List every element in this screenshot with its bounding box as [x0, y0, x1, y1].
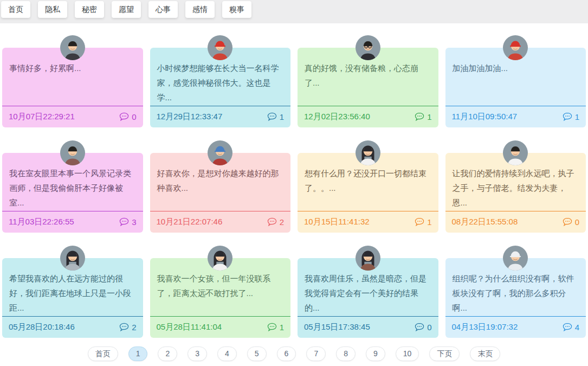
page-button-8[interactable]: 8	[336, 346, 356, 361]
man-maroon-suit-avatar-icon[interactable]	[60, 140, 85, 165]
message-card-cell: 想有什么用？还没开口一切都结束了。。... 10月15日11:41:32 1	[298, 140, 438, 233]
message-date: 05月15日17:38:45	[304, 322, 370, 332]
message-card-footer: 11月03日22:26:55 3	[2, 211, 143, 233]
boy-blue-beanie-avatar-icon[interactable]	[208, 140, 232, 165]
message-date: 11月10日09:50:47	[452, 112, 518, 122]
message-card-footer: 12月29日12:33:47 1	[150, 106, 291, 127]
message-date: 10月21日22:07:46	[157, 217, 223, 227]
message-date: 10月07日22:29:21	[9, 112, 75, 122]
page-button-首页[interactable]: 首页	[88, 346, 118, 361]
comment-count-button[interactable]: 1	[563, 112, 579, 121]
comment-count: 1	[427, 217, 431, 227]
comment-bubble-icon	[119, 112, 129, 121]
comment-count: 1	[427, 112, 431, 121]
message-card-cell: 希望我喜欢的人在远方能过的很好，我们距离在地球上只是一小段距... 05月28日…	[2, 246, 143, 338]
comment-count: 3	[132, 217, 136, 227]
comment-count: 1	[280, 112, 284, 121]
comment-count-button[interactable]: 0	[119, 112, 136, 121]
message-card-cell: 好喜欢你，是想对你越来越好的那种喜欢... 10月21日22:07:46 2	[150, 140, 291, 233]
woman-white-shirt-avatar-icon[interactable]	[356, 140, 380, 165]
nav-tab[interactable]: 糗事	[222, 1, 251, 18]
woman-brown-top-avatar-icon[interactable]	[356, 246, 380, 271]
message-card-footer: 10月07日22:29:21 0	[2, 106, 143, 127]
comment-count-button[interactable]: 2	[119, 323, 136, 332]
comment-bubble-icon	[119, 323, 129, 332]
comment-bubble-icon	[415, 112, 424, 121]
page-button-10[interactable]: 10	[396, 346, 419, 361]
boy-red-cap-avatar-icon[interactable]	[208, 35, 232, 60]
page-button-7[interactable]: 7	[306, 346, 326, 361]
comment-bubble-icon	[563, 112, 572, 121]
message-card-cell: 小时候梦想能够在长大当一名科学家，感觉很神秘很伟大。这也是学... 12月29日…	[150, 35, 291, 127]
page-button-1[interactable]: 1	[128, 346, 148, 361]
page-button-下页[interactable]: 下页	[429, 346, 460, 361]
nav-tab[interactable]: 秘密	[75, 1, 104, 18]
message-card-cell: 事情好多，好累啊... 10月07日22:29:21 0	[2, 35, 143, 127]
comment-count: 0	[427, 323, 431, 332]
comment-count-button[interactable]: 1	[415, 217, 431, 227]
comment-count-button[interactable]: 1	[267, 112, 284, 121]
woman-white-shirt-avatar-icon[interactable]	[208, 246, 232, 271]
message-card-cell: 让我们的爱情持续到永远吧，执子之手，与子偕老。结发为夫妻，恩... 08月22日…	[445, 140, 586, 233]
page-button-4[interactable]: 4	[217, 346, 237, 361]
comment-count: 0	[575, 217, 579, 227]
woman-long-black-hair-avatar-icon[interactable]	[60, 246, 85, 271]
page-button-2[interactable]: 2	[158, 346, 177, 361]
comment-count: 4	[575, 323, 579, 332]
message-card-footer: 10月21日22:07:46 2	[150, 211, 291, 233]
message-card-cell: 我在室友眼里本事一个风景记录类画师，但是我偷偷肝本子好像被室... 11月03日…	[2, 140, 143, 233]
message-card-footer: 11月10日09:50:47 1	[445, 106, 586, 127]
pagination: 首页 1 2 3 4 5 6 7 8 9 10 下页 末页	[0, 346, 588, 361]
message-card-cell: 组织呢？为什么组织没有啊，软件板块没有了啊，我的那么多积分啊... 04月13日…	[445, 246, 586, 338]
comment-bubble-icon	[415, 323, 424, 332]
message-date: 08月22日15:55:08	[452, 217, 518, 227]
comment-count-button[interactable]: 1	[415, 112, 431, 121]
message-date: 12月29日12:33:47	[157, 112, 223, 122]
top-nav: 首页 隐私 秘密 愿望 心事 感情 糗事	[0, 0, 588, 23]
page-button-6[interactable]: 6	[277, 346, 296, 361]
nav-tab[interactable]: 愿望	[112, 1, 141, 18]
page-button-9[interactable]: 9	[366, 346, 385, 361]
message-card-footer: 05月28日11:41:04 1	[150, 316, 291, 338]
comment-count-button[interactable]: 3	[119, 217, 136, 227]
nav-tab[interactable]: 隐私	[38, 1, 67, 18]
man-black-hair-suit-avatar-icon[interactable]	[60, 35, 85, 60]
message-card-footer: 08月22日15:55:08 0	[445, 211, 586, 233]
message-card-cell: 我喜欢一个女孩，但一年没联系了，距离太远不敢打扰了... 05月28日11:41…	[150, 246, 291, 338]
message-card-footer: 05月28日20:18:46 2	[2, 316, 143, 338]
comment-count: 1	[575, 112, 579, 121]
man-white-hood-avatar-icon[interactable]	[503, 246, 528, 271]
message-date: 12月02日23:56:40	[304, 112, 370, 122]
message-card-grid: 事情好多，好累啊... 10月07日22:29:21 0 小时候梦想能够在长大当…	[0, 23, 588, 338]
message-card-cell: 加油加油加油... 11月10日09:50:47 1	[445, 35, 586, 127]
nav-tab[interactable]: 心事	[148, 1, 178, 18]
message-date: 04月13日19:07:32	[452, 322, 518, 332]
comment-count-button[interactable]: 4	[563, 323, 579, 332]
nav-tab[interactable]: 首页	[1, 1, 30, 18]
comment-bubble-icon	[415, 217, 424, 227]
message-card-footer: 10月15日11:41:32 1	[298, 211, 438, 233]
comment-count-button[interactable]: 0	[415, 323, 431, 332]
message-card-footer: 12月02日23:56:40 1	[298, 106, 438, 127]
message-card-footer: 04月13日19:07:32 4	[445, 316, 586, 338]
comment-count-button[interactable]: 2	[267, 217, 284, 227]
message-date: 10月15日11:41:32	[304, 217, 370, 227]
comment-count-button[interactable]: 1	[267, 323, 284, 332]
page-button-3[interactable]: 3	[188, 346, 207, 361]
comment-bubble-icon	[267, 323, 277, 332]
page-button-末页[interactable]: 末页	[470, 346, 500, 361]
message-date: 05月28日11:41:04	[157, 322, 222, 332]
nav-tab[interactable]: 感情	[185, 1, 215, 18]
comment-bubble-icon	[267, 112, 277, 121]
comment-bubble-icon	[563, 217, 572, 227]
boy-red-cap-avatar-icon[interactable]	[503, 35, 528, 60]
message-card-cell: 我喜欢周佳乐，虽然是暗恋，但是我觉得肯定会有一个美好的结果的... 05月15日…	[298, 246, 438, 338]
man-glasses-bowtie-avatar-icon[interactable]	[356, 35, 380, 60]
comment-count: 2	[280, 217, 284, 227]
message-date: 11月03日22:26:55	[9, 217, 74, 227]
message-card-footer: 05月15日17:38:45 0	[298, 316, 438, 338]
boy-white-tank-avatar-icon[interactable]	[503, 140, 528, 165]
page-button-5[interactable]: 5	[247, 346, 267, 361]
comment-bubble-icon	[119, 217, 129, 227]
comment-count-button[interactable]: 0	[563, 217, 579, 227]
